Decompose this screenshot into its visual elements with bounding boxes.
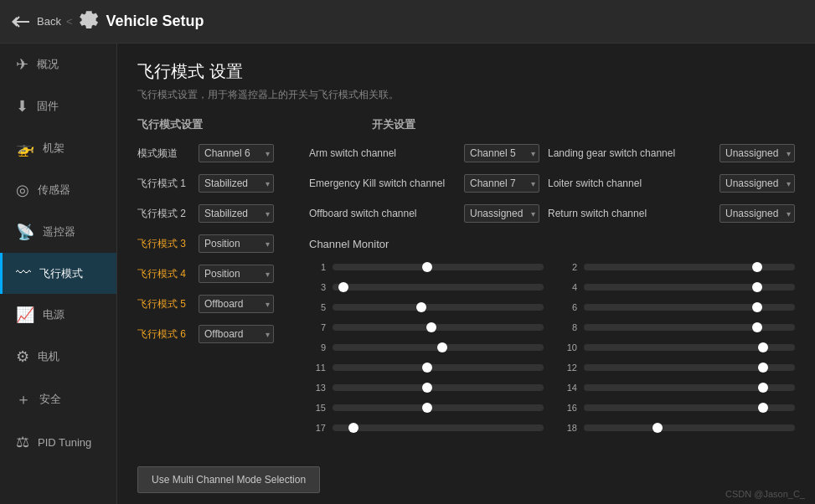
channel-dot-4 bbox=[752, 282, 762, 292]
channel-num-14: 14 bbox=[560, 383, 577, 393]
sidebar-item-motors[interactable]: ⚙ 电机 bbox=[0, 336, 116, 378]
sidebar-label-power: 电源 bbox=[43, 307, 64, 322]
sidebar-item-overview[interactable]: ✈ 概况 bbox=[0, 44, 116, 85]
channel-num-17: 17 bbox=[309, 423, 326, 433]
flight-mode-6-select[interactable]: Offboard bbox=[199, 325, 274, 343]
sidebar-item-flight-modes[interactable]: 〰 飞行模式 bbox=[0, 253, 116, 294]
content-area: 飞行模式 设置 飞行模式设置，用于将遥控器上的开关与飞行模式相关联。 飞行模式设… bbox=[117, 44, 815, 504]
channel-bar-1 bbox=[333, 264, 544, 270]
return-switch-select[interactable]: Unassigned bbox=[720, 204, 795, 223]
channel-num-1: 1 bbox=[309, 262, 326, 272]
motors-icon: ⚙ bbox=[16, 347, 29, 366]
channel-dot-11 bbox=[422, 363, 432, 373]
gear-icon bbox=[78, 9, 100, 33]
channel-row-15: 15 bbox=[309, 399, 544, 416]
channel-row-3: 3 bbox=[309, 279, 544, 296]
channel-bar-3 bbox=[333, 284, 544, 291]
sidebar-item-safety[interactable]: ＋ 安全 bbox=[0, 378, 116, 421]
channel-row-18: 18 bbox=[560, 419, 795, 436]
channel-bar-9 bbox=[333, 344, 544, 351]
channel-row-8: 8 bbox=[560, 319, 795, 336]
arm-switch-select[interactable]: Channel 5 bbox=[464, 144, 539, 162]
mode-label-5: 飞行模式 5 bbox=[137, 297, 192, 311]
channel-num-7: 7 bbox=[309, 322, 326, 332]
channel-dot-9 bbox=[437, 342, 447, 352]
sidebar-item-airframe[interactable]: 🚁 机架 bbox=[0, 127, 116, 169]
power-icon: 📈 bbox=[16, 306, 34, 324]
landing-gear-select[interactable]: Unassigned bbox=[720, 144, 795, 162]
channel-bar-2 bbox=[584, 264, 795, 270]
switch-label-1: Landing gear switch channel bbox=[548, 147, 711, 159]
channel-dot-13 bbox=[422, 383, 432, 393]
channel-row-5: 5 bbox=[309, 299, 544, 316]
channel-num-3: 3 bbox=[309, 282, 326, 292]
channel-dot-18 bbox=[653, 423, 663, 433]
flight-mode-2-select[interactable]: Stabilized bbox=[199, 204, 274, 223]
channel-row-16: 16 bbox=[560, 399, 795, 416]
multi-channel-button[interactable]: Use Multi Channel Mode Selection bbox=[137, 466, 320, 493]
sidebar-item-firmware[interactable]: ⬇ 固件 bbox=[0, 85, 116, 127]
channel-grid: 1 2 3 4 5 6 7 8 bbox=[309, 259, 795, 436]
channel-dot-17 bbox=[348, 423, 358, 433]
sidebar-item-pid[interactable]: ⚖ PID Tuning bbox=[0, 421, 116, 463]
sidebar-label-radio: 遥控器 bbox=[43, 224, 75, 239]
mode-channel-select-wrapper[interactable]: Channel 6 bbox=[199, 144, 274, 162]
channel-row-6: 6 bbox=[560, 299, 795, 316]
loiter-switch-select[interactable]: Unassigned bbox=[720, 174, 795, 193]
sensors-icon: ◎ bbox=[16, 181, 29, 199]
channel-bar-7 bbox=[333, 324, 544, 331]
channel-row-17: 17 bbox=[309, 419, 544, 436]
offboard-switch-select[interactable]: Unassigned bbox=[464, 204, 539, 223]
channel-row-14: 14 bbox=[560, 379, 795, 396]
flight-mode-4-select[interactable]: Position bbox=[199, 265, 274, 283]
sidebar-label-airframe: 机架 bbox=[43, 141, 64, 156]
channel-row-2: 2 bbox=[560, 259, 795, 275]
channel-num-4: 4 bbox=[560, 282, 577, 292]
back-label: Back bbox=[37, 15, 61, 28]
mode-row-3: 飞行模式 3 Position bbox=[137, 231, 292, 256]
channel-num-8: 8 bbox=[560, 322, 577, 332]
emergency-kill-select[interactable]: Channel 7 bbox=[464, 174, 539, 193]
safety-icon: ＋ bbox=[16, 389, 31, 409]
mode-label-1: 飞行模式 1 bbox=[137, 177, 192, 191]
channel-bar-6 bbox=[584, 304, 795, 311]
channel-num-16: 16 bbox=[560, 403, 577, 413]
channel-dot-8 bbox=[752, 322, 762, 332]
mode-row-4: 飞行模式 4 Position bbox=[137, 261, 292, 286]
mode-row-1: 飞行模式 1 Stabilized bbox=[137, 171, 292, 196]
page-title: 飞行模式 设置 bbox=[137, 60, 795, 83]
mode-label-3: 飞行模式 3 bbox=[137, 237, 192, 251]
header-separator: < bbox=[66, 15, 73, 28]
channel-dot-10 bbox=[758, 342, 768, 352]
mode-row-5: 飞行模式 5 Offboard bbox=[137, 291, 292, 316]
channel-dot-7 bbox=[426, 322, 436, 332]
channel-dot-2 bbox=[752, 262, 762, 272]
channel-row-7: 7 bbox=[309, 319, 544, 336]
channel-dot-1 bbox=[422, 262, 432, 272]
section-header-left: 飞行模式设置 bbox=[137, 117, 372, 132]
flight-mode-5-select[interactable]: Offboard bbox=[199, 295, 274, 313]
app-header: Back < Vehicle Setup bbox=[0, 0, 815, 44]
sidebar-label-safety: 安全 bbox=[39, 392, 61, 407]
channel-bar-8 bbox=[584, 324, 795, 331]
channel-num-10: 10 bbox=[560, 342, 577, 352]
channel-monitor-title: Channel Monitor bbox=[309, 238, 795, 250]
airframe-icon: 🚁 bbox=[16, 139, 34, 157]
flight-mode-3-select[interactable]: Position bbox=[199, 234, 274, 253]
sidebar-item-sensors[interactable]: ◎ 传感器 bbox=[0, 169, 116, 211]
sidebar-item-power[interactable]: 📈 电源 bbox=[0, 294, 116, 336]
sidebar-item-radio[interactable]: 📡 遥控器 bbox=[0, 211, 116, 253]
mode-channel-select[interactable]: Channel 6 bbox=[199, 144, 274, 162]
mode-settings-col: 模式频道 Channel 6 飞行模式 1 Stabilized 飞行模式 2 bbox=[137, 141, 292, 450]
channel-row-10: 10 bbox=[560, 339, 795, 356]
channel-dot-12 bbox=[758, 363, 768, 373]
channel-row-4: 4 bbox=[560, 279, 795, 296]
channel-bar-17 bbox=[333, 424, 544, 431]
svg-marker-0 bbox=[12, 17, 17, 27]
mode-row-0: 模式频道 Channel 6 bbox=[137, 141, 292, 166]
back-button[interactable]: Back bbox=[12, 12, 61, 32]
flight-mode-1-select[interactable]: Stabilized bbox=[199, 174, 274, 193]
channel-dot-14 bbox=[758, 383, 768, 393]
mode-row-2: 飞行模式 2 Stabilized bbox=[137, 201, 292, 226]
main-layout: ✈ 概况 ⬇ 固件 🚁 机架 ◎ 传感器 📡 遥控器 〰 飞行模式 📈 bbox=[0, 44, 815, 504]
